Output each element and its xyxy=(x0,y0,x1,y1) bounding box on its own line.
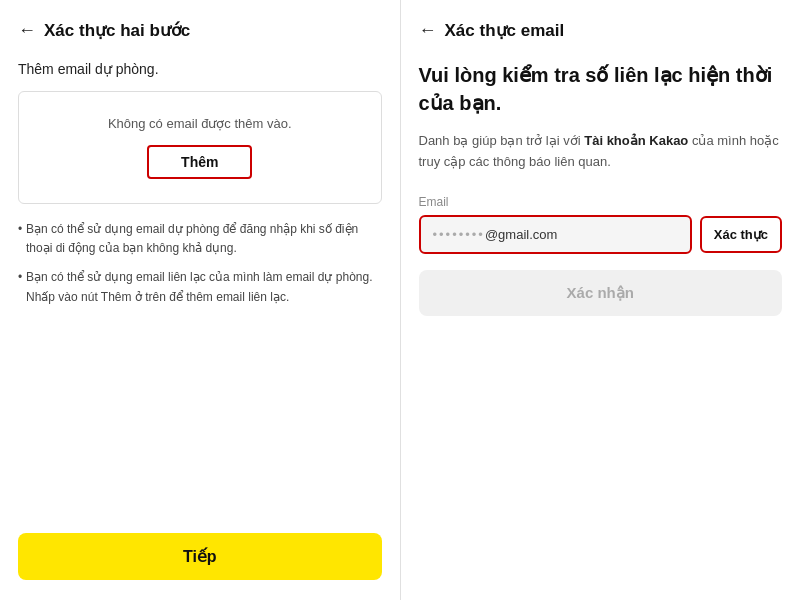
left-panel: ← Xác thực hai bước Thêm email dự phòng.… xyxy=(0,0,401,600)
add-email-button[interactable]: Thêm xyxy=(147,145,252,179)
right-panel: ← Xác thực email Vui lòng kiểm tra số li… xyxy=(401,0,801,600)
no-email-text: Không có email được thêm vào. xyxy=(108,116,292,131)
right-big-title: Vui lòng kiểm tra số liên lạc hiện thời … xyxy=(419,61,783,117)
email-input-wrapper: •••••••• @gmail.com xyxy=(419,215,692,254)
desc-text-1: Danh bạ giúp bạn trở lại với xyxy=(419,133,585,148)
left-panel-title: Xác thực hai bước xyxy=(44,20,190,41)
email-blurred-part: •••••••• xyxy=(433,227,485,242)
right-panel-title: Xác thực email xyxy=(445,20,565,41)
info-item-1: Bạn có thể sử dụng email dự phòng để đăn… xyxy=(18,220,382,258)
right-back-arrow[interactable]: ← xyxy=(419,20,437,41)
desc-bold: Tài khoản Kakao xyxy=(584,133,688,148)
confirm-button[interactable]: Xác nhận xyxy=(419,270,783,316)
left-section-label: Thêm email dự phòng. xyxy=(18,61,382,77)
left-back-arrow[interactable]: ← xyxy=(18,20,36,41)
left-email-box: Không có email được thêm vào. Thêm xyxy=(18,91,382,204)
email-input-row: •••••••• @gmail.com Xác thực xyxy=(419,215,783,254)
verify-email-button[interactable]: Xác thực xyxy=(700,216,782,253)
next-button[interactable]: Tiếp xyxy=(18,533,382,580)
right-back-row: ← Xác thực email xyxy=(419,20,783,41)
email-field-label: Email xyxy=(419,195,783,209)
right-description: Danh bạ giúp bạn trở lại với Tài khoản K… xyxy=(419,131,783,173)
info-item-2: Bạn có thể sử dụng email liên lạc của mì… xyxy=(18,268,382,306)
email-domain-part: @gmail.com xyxy=(485,227,557,242)
left-back-row: ← Xác thực hai bước xyxy=(18,20,382,41)
left-info-list: Bạn có thể sử dụng email dự phòng để đăn… xyxy=(18,220,382,317)
